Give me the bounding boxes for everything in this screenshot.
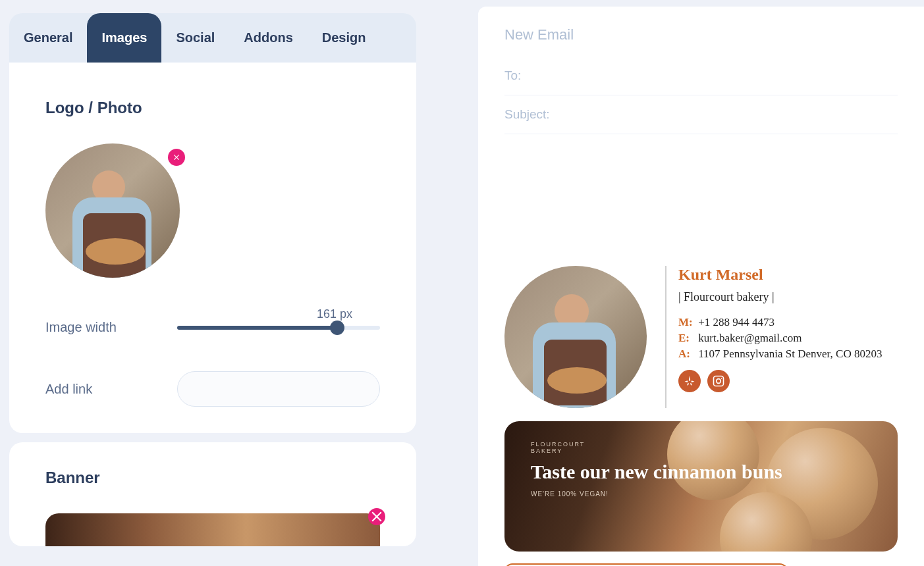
image-width-label: Image width <box>45 320 177 335</box>
signature-social-row <box>678 370 882 392</box>
banner-subline: WE'RE 100% VEGAN! <box>531 490 871 498</box>
banner-section: Banner <box>9 442 416 546</box>
to-label: To: <box>504 68 521 82</box>
image-width-value: 161 px <box>317 307 352 321</box>
banner-headline: Taste our new cinnamon buns <box>531 461 871 484</box>
logo-photo-preview <box>45 143 180 278</box>
image-width-slider[interactable]: 161 px <box>177 326 380 330</box>
remove-banner-button[interactable] <box>368 508 385 525</box>
uploaded-banner[interactable] <box>45 513 380 546</box>
signature-email-value: kurt.baker@gmail.com <box>698 332 802 344</box>
to-row: To: <box>504 57 898 95</box>
signature-photo <box>504 266 647 408</box>
signature-address-value: 1107 Pennsylvania St Denver, CO 80203 <box>698 347 882 360</box>
close-icon <box>172 153 181 162</box>
close-icon <box>368 508 385 525</box>
signature-email-key: E: <box>678 332 695 345</box>
cta-button-outline[interactable] <box>504 563 788 566</box>
instagram-icon[interactable] <box>707 370 730 392</box>
image-width-row: Image width 161 px <box>45 320 380 335</box>
subject-row: Subject: <box>504 95 898 134</box>
email-header: New Email To: Subject: <box>478 26 924 134</box>
banner-brand-line2: BAKERY <box>531 448 871 454</box>
subject-label: Subject: <box>504 107 550 121</box>
remove-photo-button[interactable] <box>168 149 185 166</box>
new-email-label: New Email <box>504 26 898 43</box>
add-link-label: Add link <box>45 382 177 397</box>
signature-name: Kurt Marsel <box>678 266 882 284</box>
signature-block: Kurt Marsel | Flourcourt bakery | M: +1 … <box>478 240 924 408</box>
tabs-bar: General Images Social Addons Design <box>9 13 416 63</box>
signature-mobile-key: M: <box>678 316 695 329</box>
tab-social[interactable]: Social <box>161 13 229 63</box>
add-link-input[interactable] <box>177 371 380 407</box>
signature-mobile-value: +1 288 944 4473 <box>698 316 775 328</box>
tab-design[interactable]: Design <box>308 13 381 63</box>
tab-images[interactable]: Images <box>87 13 161 63</box>
settings-panel: General Images Social Addons Design Logo… <box>9 13 416 546</box>
images-tab-content: Logo / Photo Image width 161 px Add link <box>9 63 416 433</box>
logo-photo-title: Logo / Photo <box>45 99 380 117</box>
signature-info: Kurt Marsel | Flourcourt bakery | M: +1 … <box>665 266 882 408</box>
banner-title: Banner <box>45 469 380 487</box>
email-preview-panel: New Email To: Subject: Kurt Marsel | Flo… <box>478 7 924 566</box>
tab-addons[interactable]: Addons <box>229 13 307 63</box>
signature-email-row: E: kurt.baker@gmail.com <box>678 332 882 345</box>
banner-preview-wrap <box>45 513 380 546</box>
banner-brand-line1: FLOURCOURT <box>531 441 871 448</box>
slider-thumb[interactable] <box>330 321 344 335</box>
signature-company: | Flourcourt bakery | <box>678 290 882 304</box>
signature-banner: FLOURCOURT BAKERY Taste our new cinnamon… <box>504 421 898 552</box>
tab-general[interactable]: General <box>9 13 87 63</box>
yelp-icon[interactable] <box>678 370 701 392</box>
signature-mobile-row: M: +1 288 944 4473 <box>678 316 882 329</box>
signature-address-key: A: <box>678 347 695 361</box>
signature-address-row: A: 1107 Pennsylvania St Denver, CO 80203 <box>678 347 882 361</box>
add-link-row: Add link <box>45 371 380 407</box>
uploaded-photo[interactable] <box>45 143 180 278</box>
